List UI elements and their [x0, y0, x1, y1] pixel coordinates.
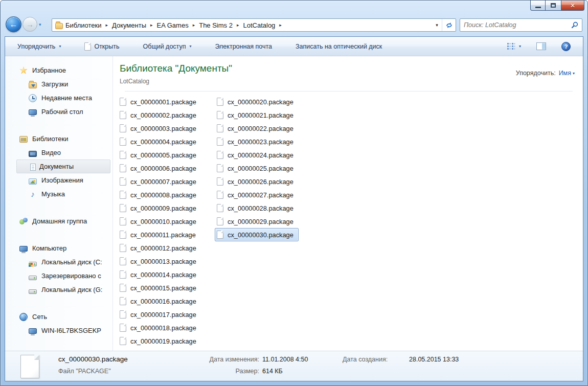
file-item[interactable]: cx_00000003.package: [118, 122, 201, 135]
file-item[interactable]: cx_00000017.package: [118, 308, 201, 321]
organize-button[interactable]: Упорядочить ▾: [13, 40, 65, 53]
breadcrumb-item[interactable]: LotCatalog: [240, 20, 278, 31]
file-item[interactable]: cx_00000022.package: [215, 122, 299, 135]
sidebar-item-disk-c[interactable]: Локальный диск (C:: [5, 255, 112, 269]
file-icon: [120, 138, 126, 146]
forward-button[interactable]: →: [22, 17, 37, 32]
file-item[interactable]: cx_00000028.package: [215, 201, 299, 215]
file-label: cx_00000028.package: [228, 205, 293, 212]
file-icon: [120, 164, 126, 172]
file-item[interactable]: cx_00000026.package: [215, 175, 299, 188]
sidebar-item-documents[interactable]: Документы: [16, 160, 110, 173]
breadcrumb-item[interactable]: The Sims 2: [196, 20, 235, 31]
search-icon: [571, 21, 578, 29]
breadcrumb-arrow-icon[interactable]: ▸: [191, 22, 197, 28]
music-library-icon: ♪: [29, 190, 37, 198]
detail-modified-value: 11.01.2008 4:50: [262, 356, 308, 363]
file-label: cx_00000005.package: [130, 151, 196, 159]
file-item[interactable]: cx_00000015.package: [118, 281, 201, 294]
sidebar-item-desktop[interactable]: Рабочий стол: [5, 105, 112, 119]
breadcrumb-arrow-icon[interactable]: ▸: [235, 22, 241, 28]
file-item[interactable]: cx_00000014.package: [118, 268, 201, 281]
file-item[interactable]: cx_00000011.package: [118, 228, 201, 241]
file-item[interactable]: cx_00000001.package: [118, 95, 201, 108]
breadcrumb-item[interactable]: Библиотеки: [63, 20, 104, 31]
breadcrumb-item[interactable]: Документы: [109, 20, 149, 31]
file-icon: [217, 204, 223, 212]
network-icon: [19, 313, 28, 321]
file-icon: [120, 217, 126, 225]
file-item[interactable]: cx_00000012.package: [118, 241, 201, 255]
content-header: Библиотека "Документы" LotCatalog Упоряд…: [113, 56, 583, 92]
sidebar-item-pictures[interactable]: Изображения: [5, 173, 112, 187]
preview-pane-button[interactable]: [532, 40, 550, 53]
maximize-button[interactable]: [546, 1, 561, 11]
file-item[interactable]: cx_00000007.package: [118, 175, 201, 188]
homegroup-icon: [19, 217, 28, 225]
file-icon: [120, 204, 126, 212]
search-box[interactable]: [460, 18, 582, 32]
sidebar-item-network[interactable]: Сеть: [5, 310, 112, 324]
search-input[interactable]: [464, 21, 571, 29]
sidebar-item-disk-reserved[interactable]: Зарезервировано с: [5, 269, 112, 283]
maximize-icon: [551, 3, 556, 8]
views-button[interactable]: ▾: [503, 40, 525, 53]
sidebar-item-downloads[interactable]: Загрузки: [5, 77, 112, 91]
file-item[interactable]: cx_00000030.package: [215, 228, 299, 241]
recent-pages-dropdown[interactable]: ▾: [39, 22, 41, 27]
file-item[interactable]: cx_00000010.package: [118, 215, 201, 228]
sidebar-item-recent[interactable]: Недавние места: [5, 91, 112, 105]
detail-created-label: Дата создания:: [343, 356, 388, 363]
file-label: cx_00000018.package: [130, 324, 196, 332]
sidebar-item-video[interactable]: Видео: [5, 146, 112, 160]
share-button[interactable]: Общий доступ ▾: [139, 40, 196, 53]
file-item[interactable]: cx_00000019.package: [118, 334, 201, 348]
breadcrumb-item[interactable]: EA Games: [154, 20, 191, 31]
file-label: cx_00000014.package: [130, 271, 196, 279]
refresh-icon: [445, 21, 453, 29]
file-item[interactable]: cx_00000016.package: [118, 294, 201, 308]
sidebar-item-favorites[interactable]: Избранное: [5, 63, 112, 77]
file-item[interactable]: cx_00000021.package: [215, 108, 299, 122]
breadcrumb-arrow-icon[interactable]: ▸: [278, 22, 283, 28]
file-label: cx_00000012.package: [130, 244, 196, 252]
file-item[interactable]: cx_00000018.package: [118, 321, 201, 334]
sidebar-item-disk-g[interactable]: Локальный диск (G:: [5, 283, 112, 297]
file-item[interactable]: cx_00000023.package: [215, 135, 299, 148]
file-item[interactable]: cx_00000009.package: [118, 201, 201, 215]
file-label: cx_00000004.package: [130, 138, 196, 146]
help-button[interactable]: ?: [557, 39, 575, 54]
file-item[interactable]: cx_00000029.package: [215, 215, 299, 228]
file-item[interactable]: cx_00000004.package: [118, 135, 201, 148]
breadcrumb-arrow-icon[interactable]: ▸: [104, 22, 109, 28]
email-button[interactable]: Электронная почта: [211, 40, 277, 53]
address-dropdown[interactable]: ▾: [432, 19, 442, 31]
dropdown-icon: ▾: [189, 44, 191, 49]
file-item[interactable]: cx_00000013.package: [118, 255, 201, 268]
disk-icon: [29, 289, 37, 294]
file-item[interactable]: cx_00000020.package: [215, 95, 299, 108]
file-icon: [217, 231, 223, 239]
burn-button[interactable]: Записать на оптический диск: [291, 40, 386, 53]
close-button[interactable]: ✕: [561, 1, 584, 11]
sidebar-item-homegroup[interactable]: Домашняя группа: [5, 214, 112, 228]
file-item[interactable]: cx_00000008.package: [118, 188, 201, 201]
file-item[interactable]: cx_00000006.package: [118, 162, 201, 175]
minimize-button[interactable]: [530, 1, 546, 11]
file-item[interactable]: cx_00000002.package: [118, 108, 201, 122]
file-label: cx_00000027.package: [228, 191, 293, 199]
file-item[interactable]: cx_00000025.package: [215, 162, 299, 175]
breadcrumb-arrow-icon[interactable]: ▸: [149, 22, 154, 28]
file-item[interactable]: cx_00000024.package: [215, 148, 299, 162]
address-bar[interactable]: Библиотеки ▸ Документы ▸ EA Games ▸ The …: [52, 18, 456, 32]
file-item[interactable]: cx_00000005.package: [118, 148, 201, 162]
file-item[interactable]: cx_00000027.package: [215, 188, 299, 201]
arrange-by-link[interactable]: Имя ▾: [559, 70, 575, 77]
open-button[interactable]: Открыть: [80, 40, 123, 53]
sidebar-item-music[interactable]: ♪ Музыка: [5, 187, 112, 201]
sidebar-item-libraries[interactable]: Библиотеки: [5, 132, 112, 146]
sidebar-item-network-pc[interactable]: WIN-I6L7BKSGEKP: [5, 324, 112, 337]
back-button[interactable]: ←: [6, 16, 21, 32]
sidebar-item-computer[interactable]: Компьютер: [5, 241, 112, 255]
refresh-button[interactable]: [442, 19, 456, 31]
